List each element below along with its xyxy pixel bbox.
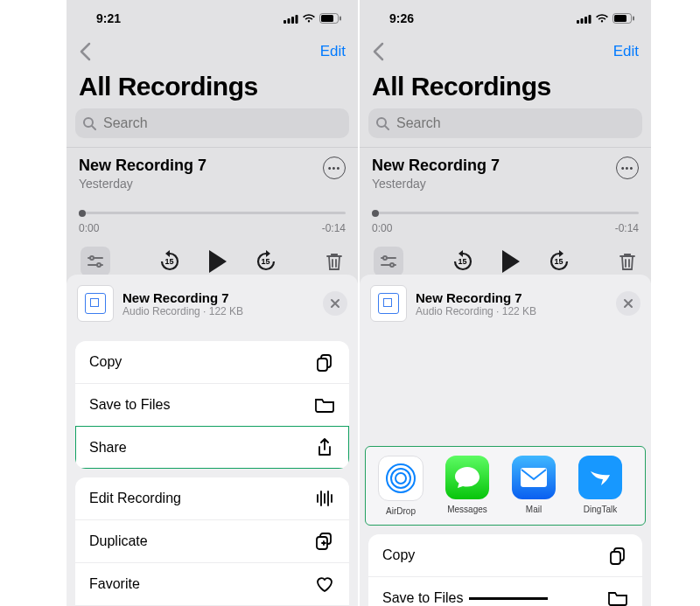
wifi-icon [302,13,316,24]
skip-forward-button[interactable]: 15 [253,248,279,275]
share-target-messages[interactable]: Messages [441,456,494,514]
action-copy[interactable]: Copy [368,534,642,576]
delete-button[interactable] [325,251,344,272]
share-target-label: Messages [441,505,494,514]
recording-card[interactable]: New Recording 7 Yesterday ••• 0:00 -0:14… [66,147,358,288]
share-header: New Recording 7 Audio Recording · 122 KB [360,275,651,332]
search-input[interactable] [102,115,342,132]
skip-back-button[interactable]: 15 [157,248,183,275]
time-remaining: -0:14 [322,222,346,234]
action-group-secondary: Edit Recording Duplicate Favorite Move t… [75,477,349,606]
skip-fwd-label: 15 [554,257,563,266]
edit-button[interactable]: Edit [320,43,346,60]
options-button[interactable] [80,247,110,276]
share-sheet: New Recording 7 Audio Recording · 122 KB… [360,275,651,606]
back-button[interactable] [368,42,388,61]
share-file-title: New Recording 7 [122,290,243,305]
more-button[interactable]: ••• [323,157,346,179]
share-target-more[interactable]: Me [640,456,641,516]
search-icon [375,116,389,130]
action-favorite[interactable]: Favorite [75,562,349,605]
file-thumbnail [77,285,114,322]
scrubber[interactable] [79,208,346,219]
search-field[interactable] [368,108,642,138]
share-file-subtitle: Audio Recording · 122 KB [122,305,243,317]
chevron-left-icon [79,42,91,61]
action-save-to-files[interactable]: Save to Files [75,383,349,426]
signal-icon [284,14,298,24]
recording-card[interactable]: New Recording 7 Yesterday ••• 0:00 -0:14… [360,147,651,288]
share-target-label: DingTalk [574,505,626,514]
skip-forward-button[interactable]: 15 [546,248,572,275]
nav-bar: Edit [66,30,358,66]
options-button[interactable] [374,247,403,276]
svg-rect-5 [321,15,333,22]
action-label: Duplicate [89,533,148,549]
time-elapsed: 0:00 [372,222,392,234]
recording-subtitle: Yesterday [79,177,206,191]
svg-rect-0 [284,20,286,24]
signal-icon [577,14,592,24]
play-button[interactable] [502,250,520,273]
folder-icon [314,394,335,415]
close-button[interactable] [616,291,640,316]
play-button[interactable] [209,250,227,273]
share-icon [314,437,335,458]
status-icons [577,13,635,24]
heart-icon [314,574,335,595]
share-file-subtitle: Audio Recording · 122 KB [416,305,536,317]
skip-back-label: 15 [164,257,173,266]
action-label: Save to Files [382,590,548,606]
svg-rect-27 [614,15,626,22]
action-edit-recording[interactable]: Edit Recording [75,477,349,519]
share-targets-row[interactable]: AirDrop Messages Mail [365,446,646,526]
action-share[interactable]: Share [75,426,349,469]
action-group: Copy Save to Files [368,534,642,606]
svg-point-12 [97,263,101,267]
share-target-label: Mail [508,505,560,514]
action-save-to-files[interactable]: Save to Files [368,576,642,606]
more-button[interactable]: ••• [616,157,639,179]
share-target-dingtalk[interactable]: DingTalk [574,456,626,514]
skip-back-label: 15 [458,257,466,266]
page-title: All Recordings [66,66,358,108]
svg-rect-38 [521,468,547,487]
nav-bar: Edit [360,30,651,66]
search-field[interactable] [75,108,349,138]
audio-file-icon [378,293,399,314]
action-group-primary: Copy Save to Files Share [75,341,349,469]
ellipsis-icon: ••• [621,163,634,173]
waveform-icon [314,488,335,509]
skip-fwd-label: 15 [261,257,270,266]
close-icon [330,298,340,309]
screenshot-left: 9:21 Edit All Recordings New Recording 7… [66,0,358,606]
share-target-label: Me [640,506,641,516]
skip-back-button[interactable]: 15 [450,248,476,275]
sliders-icon [380,254,397,268]
recording-subtitle: Yesterday [372,177,500,191]
search-input[interactable] [395,115,635,132]
share-target-mail[interactable]: Mail [508,456,560,514]
chevron-left-icon [372,42,384,61]
redaction-bar [469,597,548,600]
action-duplicate[interactable]: Duplicate [75,519,349,562]
scrubber[interactable] [372,208,639,219]
delete-button[interactable] [618,251,637,272]
action-copy[interactable]: Copy [75,341,349,383]
svg-rect-25 [589,15,592,24]
sliders-icon [87,254,104,268]
status-bar: 9:21 [66,0,358,30]
back-button[interactable] [75,42,94,61]
status-time: 9:26 [389,11,414,25]
battery-icon [319,13,342,24]
close-button[interactable] [323,291,347,316]
svg-rect-2 [291,17,294,24]
action-label: Edit Recording [89,491,181,506]
svg-line-30 [385,126,388,129]
svg-point-11 [90,256,94,260]
share-target-airdrop[interactable]: AirDrop [374,456,427,516]
svg-rect-23 [581,18,584,24]
screenshot-right: 9:26 Edit All Recordings New Recording 7… [360,0,651,606]
edit-button[interactable]: Edit [613,43,639,60]
share-target-label: AirDrop [374,506,427,516]
